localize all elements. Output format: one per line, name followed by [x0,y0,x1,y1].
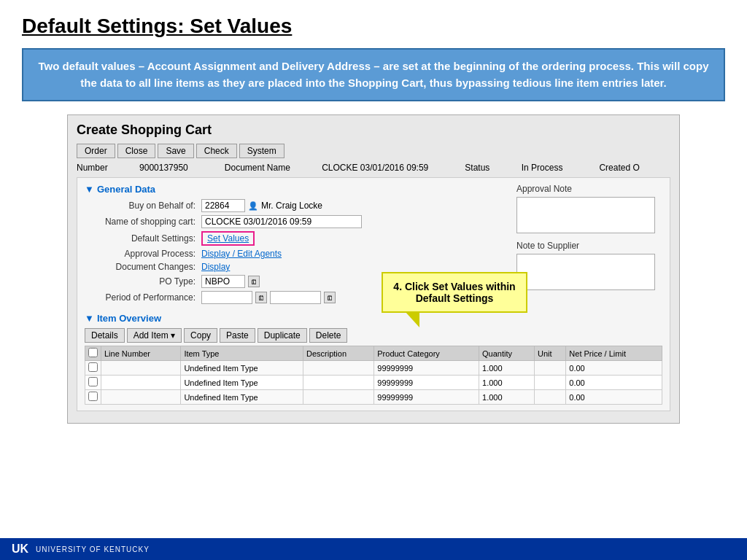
row1-checkbox [85,361,101,376]
note-to-supplier-label: Note to Supplier [516,241,662,251]
po-calendar-icon[interactable]: 🗓 [248,276,260,287]
page-title: Default Settings: Set Values [22,15,725,38]
row3-check[interactable] [88,392,98,401]
approval-note-box[interactable] [516,197,655,233]
row3-line [101,390,181,405]
buy-on-behalf-row: Buy on Behalf of: 👤 Mr. Craig Locke [85,199,509,212]
meta-row: Number 9000137950 Document Name CLOCKE 0… [77,163,670,173]
add-item-button[interactable]: Add Item ▾ [127,328,182,343]
paste-button[interactable]: Paste [220,328,255,343]
shopping-cart-name-row: Name of shopping cart: [85,215,509,228]
line-number-header: Line Number [101,346,181,361]
shopping-cart-input[interactable] [201,215,362,228]
right-col: Approval Note Note to Supplier [509,184,662,307]
buy-on-behalf-input[interactable] [201,199,245,212]
uk-footer: UK University of Kentucky [0,538,747,560]
status-label: Status [465,163,489,173]
form-main: ▼ General Data Buy on Behalf of: 👤 Mr. C… [85,184,662,307]
details-button[interactable]: Details [85,328,125,343]
period-end-calendar[interactable]: 🗓 [324,292,336,303]
info-text: Two default values – Account Assignment … [38,58,709,91]
system-button[interactable]: System [239,144,285,158]
default-settings-label: Default Settings: [85,233,201,244]
row2-check[interactable] [88,377,98,386]
row3-qty: 1.000 [479,390,535,405]
item-overview-section: ▼ Item Overview Details Add Item ▾ Copy … [85,313,662,405]
uk-footer-text: University of Kentucky [36,545,150,553]
unit-header: Unit [534,346,565,361]
row3-desc [303,390,374,405]
period-start-input[interactable] [201,291,252,304]
row3-category: 99999999 [374,390,479,405]
cart-toolbar: Order Close Save Check System [77,144,670,158]
row1-price: 0.00 [566,361,662,376]
shopping-cart-label: Name of shopping cart: [85,217,201,227]
period-inputs: 🗓 🗓 [201,291,336,304]
po-type-label: PO Type: [85,276,201,287]
row2-price: 0.00 [566,376,662,390]
row2-checkbox [85,376,101,390]
person-icon: 👤 [248,201,258,211]
table-row: Undefined Item Type 99999999 1.000 0.00 [85,376,662,390]
approval-process-label: Approval Process: [85,249,201,259]
check-button[interactable]: Check [196,144,237,158]
row1-type: Undefined Item Type [181,361,303,376]
buy-on-behalf-label: Buy on Behalf of: [85,201,201,211]
close-button[interactable]: Close [117,144,156,158]
delete-button[interactable]: Delete [309,328,348,343]
row2-desc [303,376,374,390]
callout-text: 4. Click Set Values within Default Setti… [393,281,515,304]
save-button[interactable]: Save [158,144,193,158]
row3-checkbox [85,390,101,405]
cart-title: Create Shopping Cart [77,122,670,138]
callout-box: 4. Click Set Values within Default Setti… [382,272,527,313]
approval-process-link[interactable]: Display / Edit Agents [201,249,282,259]
items-table: Line Number Item Type Description Produc… [85,346,662,405]
doc-changes-link[interactable]: Display [201,262,230,272]
row1-qty: 1.000 [479,361,535,376]
set-values-link[interactable]: Set Values [201,231,255,246]
po-type-input[interactable] [201,275,245,288]
order-button[interactable]: Order [77,144,115,158]
status-value: In Process [522,163,563,173]
duplicate-button[interactable]: Duplicate [258,328,307,343]
row2-line [101,376,181,390]
item-overview-header: ▼ Item Overview [85,313,662,324]
doc-changes-label: Document Changes: [85,262,201,272]
description-header: Description [303,346,374,361]
row2-category: 99999999 [374,376,479,390]
note-to-supplier-box[interactable] [516,254,655,290]
checkbox-header [85,346,101,361]
general-data-label: General Data [97,184,155,195]
row2-qty: 1.000 [479,376,535,390]
copy-button[interactable]: Copy [184,328,217,343]
table-header-row: Line Number Item Type Description Produc… [85,346,662,361]
row1-category: 99999999 [374,361,479,376]
info-box: Two default values – Account Assignment … [22,48,725,101]
item-triangle-icon: ▼ [85,313,94,324]
approval-process-row: Approval Process: Display / Edit Agents [85,249,509,259]
created-label: Created O [599,163,639,173]
row2-type: Undefined Item Type [181,376,303,390]
row2-unit [534,376,565,390]
general-data-header: ▼ General Data [85,184,509,195]
doc-name-label: Document Name [225,163,290,173]
doc-name-value: CLOCKE 03/01/2016 09:59 [322,163,428,173]
row3-type: Undefined Item Type [181,390,303,405]
cart-container: Create Shopping Cart Order Close Save Ch… [67,114,680,424]
item-toolbar: Details Add Item ▾ Copy Paste Duplicate … [85,328,662,343]
number-label: Number [77,163,108,173]
buy-on-behalf-name: Mr. Craig Locke [261,201,322,211]
row1-check[interactable] [88,362,98,372]
product-category-header: Product Category [374,346,479,361]
select-all-checkbox[interactable] [88,348,98,357]
row1-desc [303,361,374,376]
period-start-calendar[interactable]: 🗓 [255,292,267,303]
item-type-header: Item Type [181,346,303,361]
row3-unit [534,390,565,405]
row1-line [101,361,181,376]
period-end-input[interactable] [270,291,321,304]
default-settings-row: Default Settings: Set Values [85,231,509,246]
approval-note-label: Approval Note [516,184,662,194]
uk-logo: UK [9,542,31,556]
